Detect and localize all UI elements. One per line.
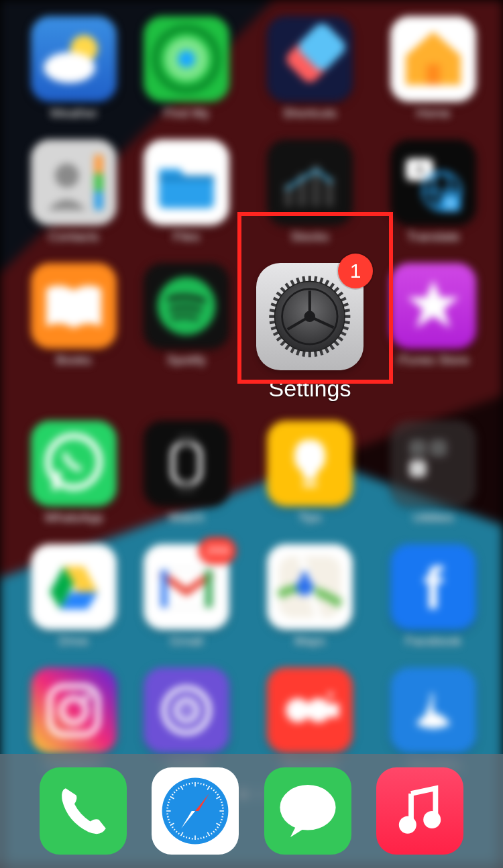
dock-app-music[interactable] [376,767,463,855]
svg-line-50 [286,284,289,288]
music-icon[interactable] [376,767,463,855]
svg-rect-76 [430,439,447,457]
svg-line-52 [297,278,299,283]
app-files[interactable]: Files [144,140,229,244]
recordit-icon[interactable] [267,667,353,753]
life360-icon[interactable] [144,667,229,753]
svg-rect-74 [303,482,317,486]
svg-rect-73 [178,484,195,493]
shortcuts-icon [267,16,353,102]
app-weather[interactable]: Weather [31,16,117,121]
svg-line-145 [207,785,207,786]
svg-line-107 [207,836,207,837]
dock [0,754,503,868]
svg-line-122 [169,822,170,822]
app-contacts[interactable]: Contacts [31,140,117,244]
spotify-icon[interactable] [144,263,229,349]
app-spotify[interactable]: Spotify [144,263,229,402]
app-facebook[interactable]: fFacebook [390,544,476,649]
safari-icon[interactable] [152,767,239,855]
svg-rect-77 [409,460,427,478]
phone-icon [40,767,127,855]
facebook-icon[interactable]: f [390,544,476,630]
books-icon[interactable] [31,263,117,349]
app-drive[interactable]: Drive [31,544,117,649]
svg-line-60 [338,292,343,296]
files-icon[interactable] [144,140,229,225]
folder-icon[interactable] [390,421,476,506]
svg-line-42 [271,327,276,329]
svg-line-113 [189,837,190,839]
app-findmy[interactable]: Find My [144,16,229,121]
app-label: Find My [164,106,209,121]
gmail-icon[interactable]: 269 [144,544,229,630]
app-label: Contacts [49,229,99,244]
maps-icon[interactable] [267,544,353,630]
dock-app-messages[interactable] [264,767,351,855]
svg-line-53 [304,276,304,282]
app-itunes[interactable]: iTunes Store [390,263,476,402]
svg-line-109 [201,837,202,839]
app-label: Facebook [405,634,461,649]
shortcuts-icon[interactable] [267,16,353,102]
svg-line-43 [270,322,275,323]
svg-point-93 [328,692,333,698]
instagram-icon[interactable] [31,667,117,753]
app-whatsapp[interactable]: WhatsApp [31,421,117,525]
whatsapp-icon[interactable] [31,421,117,506]
translate-icon: A文 [390,140,476,225]
svg-line-144 [204,783,205,785]
drive-icon [31,544,117,630]
itunes-icon[interactable] [390,263,476,349]
app-shortcuts[interactable]: Shortcuts [256,16,364,121]
svg-line-55 [315,276,316,282]
app-stocks[interactable]: Stocks [256,140,364,244]
weather-icon[interactable] [31,16,117,102]
svg-line-153 [221,802,223,803]
contacts-icon[interactable] [31,140,117,225]
svg-rect-94 [431,693,433,724]
app-books[interactable]: Books [31,263,117,402]
app-tips[interactable]: Tips [256,421,364,525]
life360-icon [144,667,229,753]
svg-line-28 [338,337,343,341]
findmy-icon [144,16,229,102]
notification-badge: 1 [338,254,373,288]
svg-point-85 [62,698,86,722]
svg-line-46 [271,304,276,306]
app-utilities[interactable]: Utilities [390,421,476,525]
svg-line-49 [281,288,285,292]
settings-icon[interactable]: 1 [256,263,364,370]
spotify-icon [144,263,229,349]
dock-app-safari[interactable] [152,767,239,855]
svg-line-138 [186,783,187,785]
home-icon[interactable] [390,16,476,102]
app-watch[interactable]: Watch [144,421,229,525]
svg-rect-80 [205,569,212,607]
app-label: Translate [407,229,460,244]
svg-line-31 [326,348,329,353]
svg-rect-71 [173,443,201,484]
translate-icon[interactable]: A文 [390,140,476,225]
weather-icon [31,16,117,102]
svg-line-98 [222,816,224,817]
app-label: Weather [50,106,97,121]
messages-icon[interactable] [264,767,351,855]
app-gmail[interactable]: 269Gmail [144,544,229,649]
findmy-icon[interactable] [144,16,229,102]
app-home[interactable]: Home [390,16,476,121]
drive-icon[interactable] [31,544,117,630]
app-translate[interactable]: A文Translate [390,140,476,244]
app-label: Tips [298,510,321,525]
watch-icon[interactable] [144,421,229,506]
svg-rect-84 [50,686,98,735]
app-label: Gmail [170,634,203,649]
svg-line-25 [345,322,350,323]
tips-icon[interactable] [267,421,353,506]
app-settings[interactable]: 1Settings [256,263,364,402]
dock-app-phone[interactable] [40,767,127,855]
opensea-icon[interactable] [390,667,476,753]
phone-icon[interactable] [40,767,127,855]
stocks-icon[interactable] [267,140,353,225]
app-maps[interactable]: Maps [256,544,364,649]
